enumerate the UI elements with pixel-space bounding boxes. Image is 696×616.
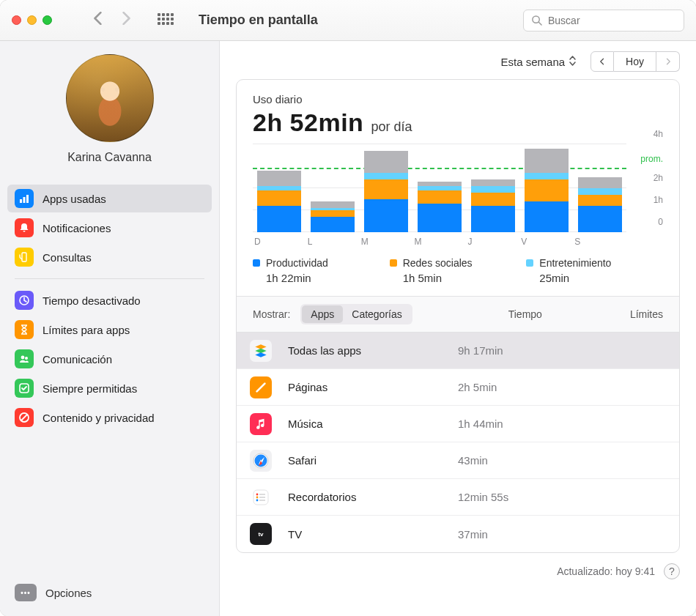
app-row[interactable]: Todas las apps9h 17min: [237, 333, 679, 369]
chart-bar: [418, 182, 462, 232]
app-row[interactable]: Recordatorios12min 55s: [237, 479, 679, 516]
sidebar-item-comunicacion[interactable]: Comunicación: [7, 345, 212, 373]
filter-tabs: AppsCategorías: [300, 304, 412, 324]
sidebar-options[interactable]: ••• Opciones: [7, 578, 212, 607]
chart-bar: [471, 179, 515, 232]
period-popup[interactable]: Esta semana: [494, 53, 584, 71]
window: Tiempo en pantalla Karina Cavanna Apps u…: [0, 0, 696, 616]
help-button[interactable]: ?: [664, 563, 680, 579]
main: Esta semana Hoy: [220, 41, 696, 616]
close-window-button[interactable]: [12, 15, 21, 25]
chart-bar: [525, 149, 569, 232]
sidebar-item-consultas[interactable]: Consultas: [7, 243, 212, 271]
svg-point-8: [25, 357, 28, 360]
filter-tab[interactable]: Apps: [302, 305, 343, 323]
check-icon: [15, 379, 34, 398]
sidebar-item-limites[interactable]: Límites para apps: [7, 316, 212, 344]
svg-point-7: [21, 356, 25, 360]
show-label: Mostrar:: [253, 308, 290, 320]
app-name: Todas las apps: [288, 344, 458, 357]
stack-icon: [250, 340, 272, 362]
svg-rect-5: [22, 253, 26, 261]
chart-bar: [578, 177, 622, 232]
svg-point-17: [256, 499, 259, 501]
today-button[interactable]: Hoy: [614, 51, 656, 72]
svg-rect-2: [20, 199, 22, 203]
updated-label: Actualizado: hoy 9:41: [557, 565, 655, 577]
app-time: 1h 44min: [458, 418, 575, 430]
sidebar: Karina Cavanna Apps usadasNotificaciones…: [0, 41, 220, 616]
window-controls: [12, 15, 52, 25]
svg-line-11: [21, 415, 27, 420]
period-toolbar: Esta semana Hoy: [220, 41, 696, 79]
clock-icon: [15, 291, 34, 310]
app-time: 12min 55s: [458, 491, 575, 503]
search-field[interactable]: [523, 10, 684, 31]
svg-point-15: [256, 493, 259, 495]
sidebar-item-label: Apps usadas: [42, 193, 106, 205]
app-name: Páginas: [288, 381, 458, 393]
usage-chart: DLMMJVS 01h2h4hprom.: [237, 144, 679, 253]
usage-suffix: por día: [371, 119, 412, 135]
today-label: Hoy: [626, 56, 644, 67]
app-row[interactable]: Páginas2h 5min: [237, 369, 679, 406]
filter-tab[interactable]: Categorías: [343, 305, 410, 323]
app-name: Recordatorios: [288, 491, 458, 503]
app-row[interactable]: Safari43min: [237, 442, 679, 479]
safari-icon: [250, 450, 272, 472]
legend-value: 1h 5min: [403, 272, 527, 284]
col-limits: Límites: [630, 308, 663, 320]
legend-swatch: [526, 259, 533, 267]
sidebar-item-notificaciones[interactable]: Notificaciones: [7, 214, 212, 242]
sidebar-item-label: Tiempo desactivado: [42, 294, 141, 307]
all-prefs-grid-icon[interactable]: [158, 13, 172, 28]
chevron-updown-icon: [569, 56, 576, 67]
app-time: 2h 5min: [458, 381, 575, 393]
sidebar-item-siempre[interactable]: Siempre permitidas: [7, 374, 212, 402]
chart-legend: Productividad1h 22minRedes sociales1h 5m…: [237, 253, 679, 296]
app-row[interactable]: Música1h 44min: [237, 406, 679, 442]
minimize-window-button[interactable]: [27, 15, 37, 25]
forward-button[interactable]: [121, 12, 131, 29]
legend-item: Entretenimiento25min: [526, 257, 663, 284]
titlebar: Tiempo en pantalla: [0, 0, 696, 41]
avatar[interactable]: [66, 54, 154, 142]
app-row[interactable]: tvTV37min: [237, 516, 679, 552]
sidebar-item-tiempo-desactivado[interactable]: Tiempo desactivado: [7, 286, 212, 314]
app-list: Todas las apps9h 17minPáginas2h 5minMúsi…: [237, 333, 679, 552]
sidebar-item-contenido[interactable]: Contenido y privacidad: [7, 404, 212, 431]
back-button[interactable]: [93, 12, 103, 29]
sidebar-item-apps-usadas[interactable]: Apps usadas: [7, 185, 212, 212]
app-time: 37min: [458, 528, 575, 541]
reminders-icon: [250, 486, 272, 508]
fullscreen-window-button[interactable]: [42, 15, 52, 25]
hourglass-icon: [15, 320, 34, 339]
usage-header: Uso diario 2h 52min por día: [237, 80, 679, 144]
profile: Karina Cavanna: [7, 54, 212, 177]
footer: Actualizado: hoy 9:41 ?: [220, 563, 696, 591]
chart-bar: [257, 171, 301, 232]
legend-swatch: [390, 259, 397, 267]
bell-icon: [15, 218, 34, 237]
sidebar-item-label: Consultas: [42, 251, 92, 264]
bars-icon: [15, 189, 34, 208]
sidebar-item-label: Comunicación: [42, 353, 112, 365]
legend-value: 1h 22min: [266, 272, 390, 284]
date-nav: Hoy: [591, 51, 680, 72]
tv-icon: tv: [250, 523, 272, 545]
app-time: 9h 17min: [458, 344, 575, 357]
pages-icon: [250, 376, 272, 398]
usage-panel: Uso diario 2h 52min por día DLMMJVS: [236, 79, 680, 553]
search-icon: [531, 15, 542, 26]
search-input[interactable]: [548, 15, 676, 26]
legend-item: Redes sociales1h 5min: [390, 257, 527, 284]
prev-period-button[interactable]: [591, 51, 614, 72]
legend-label: Productividad: [266, 257, 328, 269]
usage-title: Uso diario: [253, 93, 663, 105]
svg-rect-4: [26, 195, 29, 203]
svg-text:tv: tv: [258, 531, 264, 538]
nosign-icon: [15, 408, 34, 427]
profile-name: Karina Cavanna: [67, 151, 152, 164]
pickup-icon: [15, 248, 34, 267]
next-period-button[interactable]: [656, 51, 680, 72]
